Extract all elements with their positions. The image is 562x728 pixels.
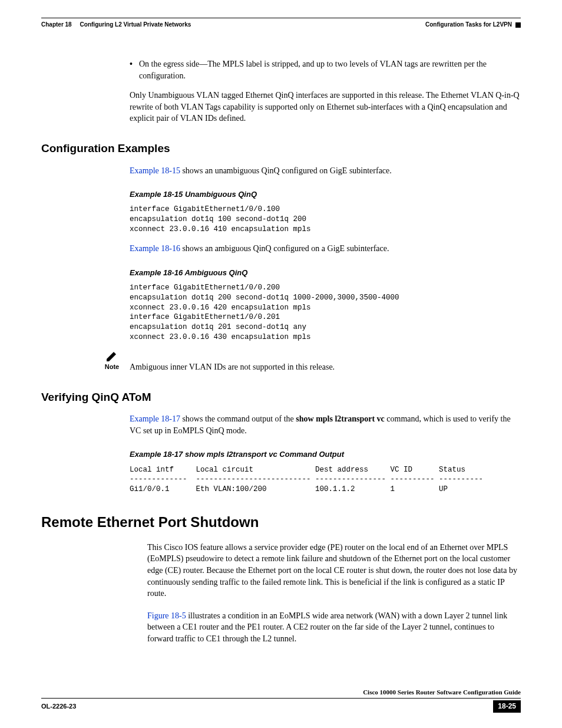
body-paragraph: This Cisco IOS feature allows a service … bbox=[147, 542, 521, 599]
paragraph-text: shows the command output of the bbox=[180, 414, 296, 423]
header-rule bbox=[41, 18, 521, 18]
chapter-number: Chapter 18 bbox=[41, 21, 72, 28]
example-link[interactable]: Example 18-15 bbox=[130, 166, 180, 175]
paragraph-text: shows an unambiguous QinQ configured on … bbox=[180, 166, 392, 175]
section-heading-verify: Verifying QinQ AToM bbox=[41, 390, 521, 406]
header-section-title: Configuration Tasks for L2VPN bbox=[425, 21, 512, 29]
bullet-icon: • bbox=[130, 58, 139, 81]
header-left: Chapter 18 Configuring L2 Virtual Privat… bbox=[41, 21, 191, 29]
pencil-icon bbox=[105, 351, 118, 361]
body-paragraph: Example 18-17 shows the command output o… bbox=[130, 413, 521, 436]
example-title: Example 18-15 Unambiguous QinQ bbox=[130, 189, 521, 200]
body-paragraph: Figure 18-5 illustrates a condition in a… bbox=[147, 610, 521, 645]
note-block: Note Ambiguous inner VLAN IDs are not su… bbox=[100, 351, 521, 373]
footer-guide-title: Cisco 10000 Series Router Software Confi… bbox=[41, 688, 521, 697]
footer-rule bbox=[41, 698, 521, 699]
paragraph-text: illustrates a condition in an EoMPLS wid… bbox=[147, 611, 507, 643]
bullet-text: On the egress side—The MPLS label is str… bbox=[139, 58, 521, 81]
example-title: Example 18-16 Ambiguous QinQ bbox=[130, 268, 521, 278]
header-marker-icon bbox=[515, 22, 521, 28]
code-block: interface GigabitEthernet1/0/0.100 encap… bbox=[130, 205, 521, 235]
page-footer: Cisco 10000 Series Router Software Confi… bbox=[41, 688, 521, 713]
command-name: show mpls l2transport vc bbox=[296, 414, 385, 423]
note-text: Ambiguous inner VLAN IDs are not support… bbox=[124, 351, 521, 373]
footer-doc-id: OL-2226-23 bbox=[41, 702, 76, 711]
code-block: Local intf Local circuit Dest address VC… bbox=[130, 465, 521, 495]
section-heading-remote-shutdown: Remote Ethernet Port Shutdown bbox=[41, 512, 521, 532]
section-heading-config-examples: Configuration Examples bbox=[41, 141, 521, 157]
note-icon-column: Note bbox=[100, 351, 124, 371]
example-link[interactable]: Example 18-16 bbox=[130, 244, 180, 253]
example-title: Example 18-17 show mpls l2transport vc C… bbox=[130, 449, 521, 460]
body-paragraph: Example 18-16 shows an ambiguous QinQ co… bbox=[130, 243, 521, 255]
paragraph-text: shows an ambiguous QinQ configured on a … bbox=[180, 244, 389, 253]
chapter-title: Configuring L2 Virtual Private Networks bbox=[80, 21, 191, 28]
header-right: Configuration Tasks for L2VPN bbox=[425, 21, 521, 29]
code-block: interface GigabitEthernet1/0/0.200 encap… bbox=[130, 283, 521, 342]
note-label: Note bbox=[100, 363, 124, 371]
body-paragraph: Example 18-15 shows an unambiguous QinQ … bbox=[130, 165, 521, 177]
example-link[interactable]: Example 18-17 bbox=[130, 414, 180, 423]
bullet-item: • On the egress side—The MPLS label is s… bbox=[130, 58, 521, 81]
body-paragraph: Only Unambiguous VLAN tagged Ethernet Qi… bbox=[130, 90, 521, 124]
figure-link[interactable]: Figure 18-5 bbox=[147, 611, 186, 620]
page-header: Chapter 18 Configuring L2 Virtual Privat… bbox=[41, 21, 521, 29]
footer-page-number: 18-25 bbox=[493, 700, 521, 713]
